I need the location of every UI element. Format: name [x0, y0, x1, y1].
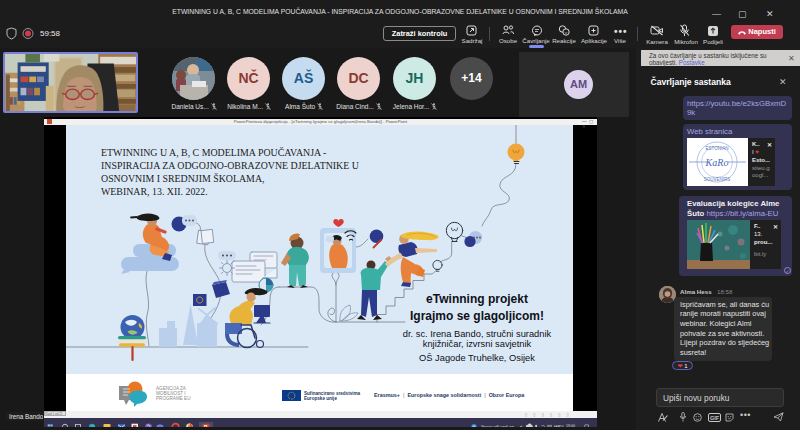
svg-text:Snow off and on: Snow off and on	[481, 424, 515, 427]
svg-text:SOUVENIRS: SOUVENIRS	[704, 177, 731, 182]
svg-text:KaRo: KaRo	[705, 157, 729, 168]
svg-text:ESTONIAN: ESTONIAN	[706, 146, 729, 151]
